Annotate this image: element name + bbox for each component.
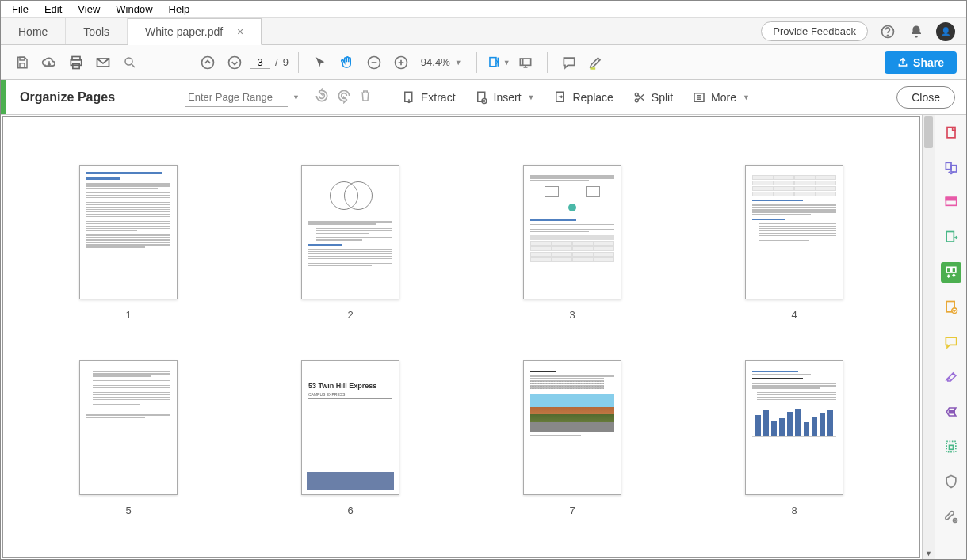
svg-point-9 xyxy=(202,56,214,68)
tab-tools[interactable]: Tools xyxy=(66,18,128,44)
insert-button[interactable]: Insert ▼ xyxy=(468,87,541,108)
highlight-icon[interactable] xyxy=(584,51,608,74)
menu-view[interactable]: View xyxy=(70,2,108,17)
svg-rect-22 xyxy=(947,128,955,138)
svg-rect-26 xyxy=(946,197,956,200)
svg-rect-29 xyxy=(951,267,955,272)
share-button[interactable]: Share xyxy=(885,51,957,74)
replace-icon xyxy=(553,90,568,105)
export-pdf-icon[interactable] xyxy=(941,227,961,248)
svg-rect-24 xyxy=(951,166,957,172)
combine-files-icon[interactable] xyxy=(941,158,961,178)
replace-label: Replace xyxy=(572,91,613,104)
organize-pages-icon[interactable] xyxy=(941,262,961,283)
svg-rect-13 xyxy=(490,57,496,66)
more-icon xyxy=(692,90,706,105)
organize-accent xyxy=(1,80,6,114)
organize-pages-title: Organize Pages xyxy=(20,90,115,105)
tab-document[interactable]: White paper.pdf × xyxy=(128,18,262,45)
fit-width-icon[interactable]: ▼ xyxy=(487,51,510,74)
chevron-down-icon: ▼ xyxy=(743,93,750,101)
chevron-down-icon: ▼ xyxy=(455,59,462,67)
insert-icon xyxy=(475,90,489,105)
provide-feedback-button[interactable]: Provide Feedback xyxy=(761,21,868,41)
extract-icon xyxy=(402,90,416,105)
delete-icon[interactable] xyxy=(358,89,373,106)
replace-button[interactable]: Replace xyxy=(547,87,619,108)
protect-icon[interactable] xyxy=(941,436,961,457)
page-range-input[interactable] xyxy=(185,88,288,107)
menu-edit[interactable]: Edit xyxy=(36,2,70,17)
zoom-out-icon[interactable] xyxy=(362,51,386,74)
create-pdf-icon[interactable] xyxy=(941,123,961,143)
tab-close-icon[interactable]: × xyxy=(237,25,243,38)
page-thumbnail[interactable]: 2 xyxy=(301,165,399,321)
total-pages: 9 xyxy=(283,56,289,68)
share-icon xyxy=(897,57,908,68)
tab-bar: Home Tools White paper.pdf × Provide Fee… xyxy=(1,18,966,45)
page-thumbnail[interactable]: 5 xyxy=(79,360,178,516)
svg-rect-2 xyxy=(20,57,25,60)
more-tools-icon[interactable] xyxy=(941,506,961,527)
page-down-icon[interactable] xyxy=(223,51,247,74)
print-icon[interactable] xyxy=(64,51,88,74)
page-label: 5 xyxy=(125,505,131,516)
right-tools-panel xyxy=(935,115,966,559)
page-thumbnail[interactable]: 53 Twin Hill Express CAMPUS EXPRESS 6 xyxy=(301,360,399,516)
page-thumbnail[interactable]: 4 xyxy=(745,165,843,321)
hand-tool-icon[interactable] xyxy=(335,51,359,74)
menu-window[interactable]: Window xyxy=(108,2,160,17)
search-icon[interactable] xyxy=(118,51,142,74)
svg-rect-33 xyxy=(946,441,956,451)
shield-icon[interactable] xyxy=(941,471,961,492)
rotate-cw-icon[interactable] xyxy=(336,88,352,107)
close-button[interactable]: Close xyxy=(896,86,955,109)
main-area: 1 2 xyxy=(1,115,966,559)
page6-title: 53 Twin Hill Express xyxy=(308,382,392,390)
page6-subtitle: CAMPUS EXPRESS xyxy=(308,392,392,399)
more-button[interactable]: More ▼ xyxy=(686,87,756,108)
zoom-dropdown[interactable]: 94.4% ▼ xyxy=(416,56,467,68)
page-sep: / xyxy=(275,56,278,68)
notifications-icon[interactable] xyxy=(908,23,925,40)
scroll-down-icon[interactable]: ▼ xyxy=(923,548,935,559)
page-thumbnail[interactable]: 3 xyxy=(523,165,621,321)
rotate-ccw-icon[interactable] xyxy=(314,88,330,107)
menu-help[interactable]: Help xyxy=(161,2,198,17)
current-page-input[interactable] xyxy=(250,56,270,69)
share-label: Share xyxy=(913,56,944,69)
redact-icon[interactable] xyxy=(941,402,961,422)
comment-tool-icon[interactable] xyxy=(941,332,961,352)
main-toolbar: / 9 94.4% ▼ ▼ Share xyxy=(1,45,966,80)
page-label: 4 xyxy=(791,309,797,321)
selection-tool-icon[interactable] xyxy=(308,51,332,74)
email-icon[interactable] xyxy=(91,51,115,74)
page-thumbnail[interactable]: 1 xyxy=(79,165,178,321)
chevron-down-icon[interactable]: ▼ xyxy=(292,93,300,101)
menu-file[interactable]: File xyxy=(4,2,36,17)
fill-sign-icon[interactable] xyxy=(941,367,961,387)
scrollbar-thumb[interactable] xyxy=(924,116,933,148)
tab-home[interactable]: Home xyxy=(1,18,66,44)
help-icon[interactable] xyxy=(879,23,896,40)
split-icon xyxy=(633,90,647,105)
svg-rect-14 xyxy=(520,59,530,65)
extract-button[interactable]: Extract xyxy=(396,87,462,108)
page-thumbnail[interactable]: 8 xyxy=(745,360,843,516)
save-icon[interactable] xyxy=(10,51,34,74)
split-button[interactable]: Split xyxy=(626,87,679,108)
vertical-scrollbar[interactable]: ▲ ▼ xyxy=(922,115,935,559)
page-label: 2 xyxy=(347,309,353,321)
tab-document-label: White paper.pdf xyxy=(145,25,223,38)
cloud-icon[interactable] xyxy=(37,51,61,74)
edit-pdf-icon[interactable] xyxy=(941,192,961,213)
zoom-in-icon[interactable] xyxy=(389,51,413,74)
send-for-comments-icon[interactable] xyxy=(941,297,961,318)
thumbnail-area[interactable]: 1 2 xyxy=(2,116,920,558)
comment-icon[interactable] xyxy=(557,51,581,74)
user-avatar[interactable]: 👤 xyxy=(936,22,955,41)
page-number: / 9 xyxy=(250,56,289,69)
page-up-icon[interactable] xyxy=(196,51,220,74)
read-mode-icon[interactable] xyxy=(514,51,537,74)
page-thumbnail[interactable]: 7 xyxy=(523,360,621,516)
